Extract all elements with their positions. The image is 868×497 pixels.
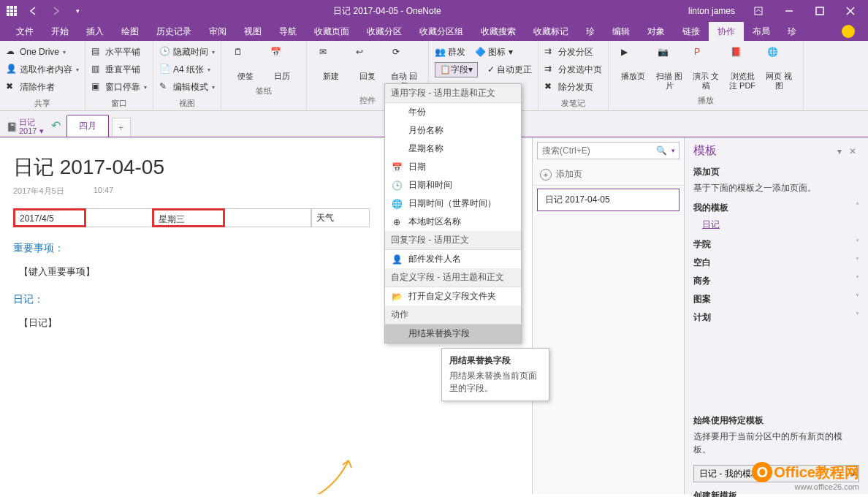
menu-link[interactable]: 链接 (674, 22, 709, 42)
cell-weekday[interactable]: 星期三 (152, 208, 225, 227)
ribbon-collapse-icon[interactable] (744, 1, 773, 21)
menu-object[interactable]: 对象 (639, 22, 674, 42)
notebook-icon[interactable]: 📓 (4, 122, 19, 132)
new-button[interactable]: ✉新建 (313, 44, 349, 94)
dist-selected-button[interactable]: ⇉分发选中页 (544, 61, 602, 77)
dd-tz[interactable]: ⊕本地时区名称 (385, 213, 521, 231)
select-author-button[interactable]: 👤选取作者内容▾ (6, 61, 79, 77)
maximize-icon[interactable] (805, 1, 834, 21)
tpl-myitem[interactable]: 日记 (693, 217, 859, 235)
web-button[interactable]: 🌐网页 视图 (761, 44, 797, 94)
dd-month[interactable]: 月份名称 (385, 121, 521, 140)
autocorrect-button[interactable]: ✓ 自动更正 (487, 64, 532, 76)
tpl-cat-3[interactable]: 图案˅ (693, 290, 859, 308)
add-section-button[interactable]: + (112, 118, 131, 137)
dd-weekday[interactable]: 星期名称 (385, 140, 521, 158)
titlebar: ▾ 日记 2017-04-05 - OneNote linton james (0, 0, 868, 22)
menu-favpage[interactable]: 收藏页面 (305, 22, 358, 42)
menu-nav[interactable]: 导航 (270, 22, 305, 42)
menu-history[interactable]: 历史记录 (148, 22, 200, 42)
menu-home[interactable]: 开始 (42, 22, 77, 42)
edit-mode-button[interactable]: ✎编辑模式▾ (159, 79, 215, 95)
group-send-button[interactable]: 👥 群发 (435, 46, 465, 58)
menu-coop[interactable]: 协作 (709, 22, 744, 42)
clear-author-button[interactable]: ✖清除作者 (6, 79, 79, 95)
undo-icon[interactable]: ↶ (51, 118, 61, 132)
dist-remove-button[interactable]: ✖除分发页 (544, 79, 602, 95)
globe-icon: 🌐 (767, 47, 791, 70)
search-dropdown-icon[interactable]: ▾ (668, 147, 679, 154)
menu-file[interactable]: 文件 (7, 22, 42, 42)
dd-sender[interactable]: 👤邮件发件人名 (385, 250, 521, 268)
cell-date[interactable]: 2017/4/5 (13, 208, 86, 227)
dock-button[interactable]: ▣窗口停靠▾ (91, 79, 147, 95)
htiles-button[interactable]: ▤水平平铺 (91, 44, 147, 60)
scan-button[interactable]: 📷扫描 图片 (651, 44, 688, 94)
svg-rect-11 (816, 7, 823, 15)
vtiles-button[interactable]: ▥垂直平铺 (91, 61, 147, 77)
sticky2-button[interactable]: 📅日历 (264, 44, 300, 84)
menu-gem1[interactable]: 珍 (577, 22, 604, 42)
pane-close-icon[interactable]: ✕ (846, 146, 859, 156)
pane-options-icon[interactable]: ▾ (833, 146, 846, 156)
dd-utc[interactable]: 🌐日期时间（世界时间） (385, 194, 521, 213)
menu-insert[interactable]: 插入 (77, 22, 113, 42)
minimize-icon[interactable] (774, 1, 804, 21)
cloud-icon: ☁ (6, 46, 18, 58)
tpl-cat-1[interactable]: 空白˅ (693, 254, 859, 272)
user-name[interactable]: linton james (688, 6, 735, 16)
menu-favtag[interactable]: 收藏标记 (525, 22, 577, 42)
dd-replace[interactable]: 用结果替换字段 (385, 325, 521, 343)
dropdown-icon[interactable]: ▾ (69, 2, 86, 20)
play-page-button[interactable]: ▶播放页 (614, 44, 651, 94)
page-list-item[interactable]: 日记 2017-04-05 (537, 189, 679, 211)
tpl-cat-4[interactable]: 计划˅ (693, 308, 859, 327)
sticky1-button[interactable]: 🗒便签 (227, 44, 264, 84)
back-icon[interactable] (25, 2, 42, 20)
menu-favsec[interactable]: 收藏分区 (358, 22, 411, 42)
field-button[interactable]: 📋 字段 ▾ (435, 62, 478, 77)
tooltip-body: 用结果来替换当前页面里的字段。 (449, 370, 541, 395)
close-icon[interactable] (836, 1, 865, 21)
dd-openfolder[interactable]: 📂打开自定义字段文件夹 (385, 287, 521, 306)
search-icon[interactable]: 🔍 (656, 145, 668, 156)
dd-year[interactable]: 年份 (385, 103, 521, 121)
section-tab[interactable]: 四月 (66, 115, 109, 137)
dd-datetime[interactable]: 🕒日期和时间 (385, 176, 521, 194)
menu-review[interactable]: 审阅 (200, 22, 235, 42)
feedback-icon[interactable] (842, 25, 855, 38)
menu-favsecgrp[interactable]: 收藏分区组 (411, 22, 472, 42)
ppt-button[interactable]: P演示 文稿 (688, 44, 724, 94)
svg-rect-5 (14, 10, 17, 12)
pdf-button[interactable]: 📕浏览批 注 PDF (724, 44, 761, 94)
menu-edit[interactable]: 编辑 (604, 22, 639, 42)
cell-spacer2 (225, 208, 311, 227)
search-input[interactable] (538, 144, 656, 157)
forward-icon[interactable] (47, 2, 64, 20)
grid-icon[interactable] (3, 2, 20, 20)
tpl-cat-0[interactable]: 学院˅ (693, 235, 859, 254)
onedrive-button[interactable]: ☁One Drive▾ (6, 44, 79, 60)
tpl-cat-2[interactable]: 商务˅ (693, 272, 859, 290)
menu-layout[interactable]: 布局 (744, 22, 779, 42)
icon-button[interactable]: 🔷 图标 ▾ (475, 46, 513, 58)
tpl-cat-my[interactable]: 我的模板˄ (693, 199, 859, 217)
menu-view[interactable]: 视图 (235, 22, 270, 42)
menu-favsearch[interactable]: 收藏搜索 (472, 22, 525, 42)
plus-icon: + (540, 169, 552, 181)
add-page-button[interactable]: + 添加页 (533, 164, 684, 186)
group-sticky-label: 签纸 (227, 86, 300, 96)
chevron-down-icon: ˅ (856, 238, 859, 251)
reply-button[interactable]: ↩回复 (349, 44, 386, 94)
chevron-down-icon: ˅ (856, 257, 859, 269)
menu-gem2[interactable]: 珍 (779, 22, 805, 42)
dist-section-button[interactable]: ⇉分发分区 (544, 44, 602, 60)
a4-button[interactable]: 📄A4 纸张▾ (159, 61, 215, 77)
cell-weather[interactable]: 天气 (311, 208, 370, 227)
notebook-selector[interactable]: 日记 2017 ▾ (19, 118, 44, 137)
hide-time-button[interactable]: 🕒隐藏时间▾ (159, 44, 215, 60)
dd-date[interactable]: 📅日期 (385, 158, 521, 176)
search-box[interactable]: 🔍 ▾ (537, 142, 679, 159)
menu-draw[interactable]: 绘图 (113, 22, 148, 42)
tpl-always-desc: 选择要用于当前分区中的所有新页的模板。 (693, 430, 859, 456)
